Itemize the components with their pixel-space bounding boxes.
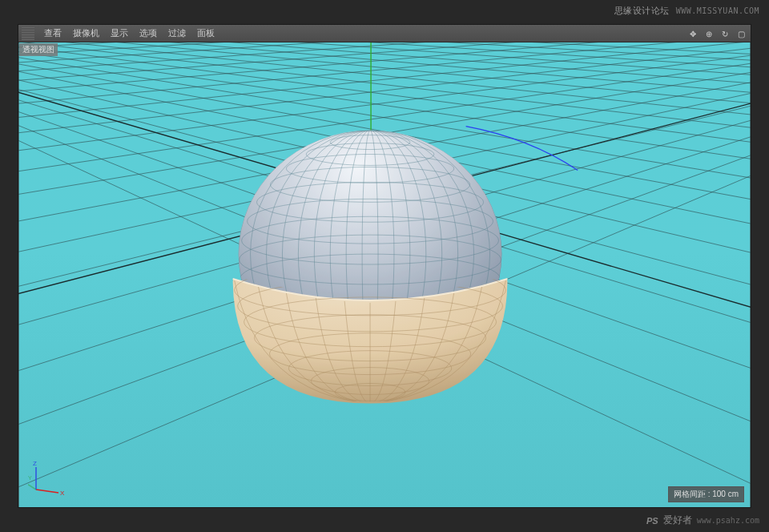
render-canvas	[18, 42, 751, 507]
grid-spacing-status: 网格间距 : 100 cm	[668, 486, 744, 502]
axis-z-label: Z	[33, 460, 37, 467]
svg-line-87	[28, 482, 36, 490]
watermark-top: 思缘设计论坛 WWW.MISSYUAN.COM	[614, 5, 759, 17]
menu-filter[interactable]: 过滤	[163, 26, 191, 41]
zoom-tool-icon[interactable]: ⊕	[703, 27, 715, 40]
menu-camera[interactable]: 摄像机	[68, 26, 104, 41]
viewport-3d[interactable]: X Z Y 网格间距 : 100 cm	[18, 42, 751, 507]
move-tool-icon[interactable]: ✥	[686, 27, 699, 40]
watermark-logo: PS	[646, 516, 658, 526]
watermark-cn: 爱好者	[663, 514, 692, 527]
view-label: 透视视图	[19, 43, 58, 56]
grid-icon[interactable]	[22, 27, 34, 40]
axis-gizmo[interactable]: X Z Y	[28, 457, 68, 498]
menu-view[interactable]: 查看	[39, 26, 66, 41]
axis-y-label: Y	[28, 475, 32, 481]
rotate-tool-icon[interactable]: ↻	[719, 27, 731, 40]
menu-panel[interactable]: 面板	[192, 26, 219, 41]
watermark-bottom: PS 爱好者 www.psahz.com	[646, 514, 759, 527]
menu-display[interactable]: 显示	[106, 26, 133, 41]
toolbar-right-controls: ✥ ⊕ ↻ ▢	[686, 25, 747, 42]
viewport-toolbar: 查看 摄像机 显示 选项 过滤 面板 ✥ ⊕ ↻ ▢	[18, 25, 751, 42]
viewport-frame: 查看 摄像机 显示 选项 过滤 面板 ✥ ⊕ ↻ ▢ 透视视图	[18, 24, 751, 508]
menu-options[interactable]: 选项	[135, 26, 162, 41]
watermark-top-label: 思缘设计论坛	[614, 5, 670, 17]
axis-x-label: X	[60, 490, 65, 497]
watermark-top-url: WWW.MISSYUAN.COM	[676, 6, 759, 15]
watermark-bottom-url: www.psahz.com	[697, 516, 759, 525]
svg-line-85	[36, 490, 58, 493]
maximize-icon[interactable]: ▢	[735, 27, 747, 40]
